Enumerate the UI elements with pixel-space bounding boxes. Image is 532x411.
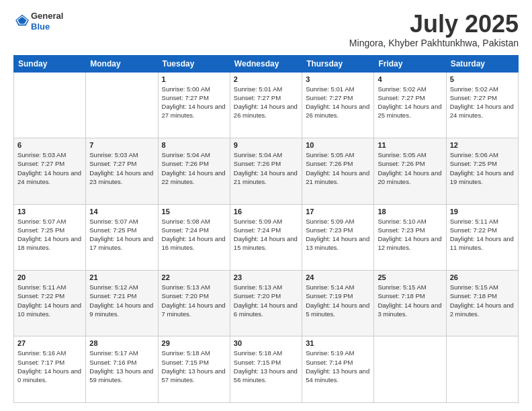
day-detail: Sunrise: 5:13 AM Sunset: 7:20 PM Dayligh… <box>162 283 226 318</box>
day-number: 13 <box>17 208 82 216</box>
calendar-cell: 27Sunrise: 5:16 AM Sunset: 7:17 PM Dayli… <box>14 336 86 403</box>
calendar-cell: 30Sunrise: 5:18 AM Sunset: 7:15 PM Dayli… <box>230 336 302 403</box>
day-number: 26 <box>450 273 515 281</box>
calendar-cell: 17Sunrise: 5:09 AM Sunset: 7:23 PM Dayli… <box>302 204 374 270</box>
day-number: 14 <box>89 208 154 216</box>
weekday-header-monday: Monday <box>86 55 158 72</box>
weekday-header-friday: Friday <box>374 55 446 72</box>
calendar-week-row: 1Sunrise: 5:00 AM Sunset: 7:27 PM Daylig… <box>14 72 519 138</box>
day-detail: Sunrise: 5:15 AM Sunset: 7:18 PM Dayligh… <box>378 283 442 318</box>
calendar-cell: 29Sunrise: 5:18 AM Sunset: 7:15 PM Dayli… <box>158 336 230 403</box>
day-detail: Sunrise: 5:08 AM Sunset: 7:24 PM Dayligh… <box>162 217 226 253</box>
day-number: 11 <box>378 141 442 149</box>
weekday-header-wednesday: Wednesday <box>230 55 302 72</box>
day-detail: Sunrise: 5:05 AM Sunset: 7:26 PM Dayligh… <box>306 150 370 186</box>
calendar-cell: 3Sunrise: 5:01 AM Sunset: 7:27 PM Daylig… <box>302 72 374 138</box>
day-detail: Sunrise: 5:07 AM Sunset: 7:25 PM Dayligh… <box>17 217 82 253</box>
day-detail: Sunrise: 5:09 AM Sunset: 7:24 PM Dayligh… <box>234 217 298 253</box>
day-number: 3 <box>306 75 370 83</box>
day-detail: Sunrise: 5:04 AM Sunset: 7:26 PM Dayligh… <box>234 150 298 186</box>
calendar-cell: 21Sunrise: 5:12 AM Sunset: 7:21 PM Dayli… <box>86 271 158 336</box>
calendar-cell <box>374 336 446 403</box>
day-number: 12 <box>450 141 515 149</box>
day-detail: Sunrise: 5:17 AM Sunset: 7:16 PM Dayligh… <box>89 349 154 384</box>
calendar-cell: 7Sunrise: 5:03 AM Sunset: 7:27 PM Daylig… <box>86 138 158 204</box>
calendar-cell: 24Sunrise: 5:14 AM Sunset: 7:19 PM Dayli… <box>302 271 374 336</box>
day-detail: Sunrise: 5:11 AM Sunset: 7:22 PM Dayligh… <box>17 283 82 318</box>
weekday-header-saturday: Saturday <box>446 55 518 72</box>
month-title: July 2025 <box>349 11 519 38</box>
day-number: 25 <box>378 273 442 281</box>
day-number: 18 <box>378 208 442 216</box>
day-number: 9 <box>234 141 298 149</box>
calendar-week-row: 20Sunrise: 5:11 AM Sunset: 7:22 PM Dayli… <box>14 271 519 336</box>
calendar-cell: 31Sunrise: 5:19 AM Sunset: 7:14 PM Dayli… <box>302 336 374 403</box>
calendar-cell <box>14 72 86 138</box>
day-detail: Sunrise: 5:15 AM Sunset: 7:18 PM Dayligh… <box>450 283 515 318</box>
day-number: 10 <box>306 141 370 149</box>
header: General Blue July 2025 Mingora, Khyber P… <box>13 11 519 48</box>
calendar-cell: 6Sunrise: 5:03 AM Sunset: 7:27 PM Daylig… <box>14 138 86 204</box>
day-number: 27 <box>17 339 82 347</box>
day-number: 5 <box>450 75 515 83</box>
title-area: July 2025 Mingora, Khyber Pakhtunkhwa, P… <box>349 11 519 48</box>
calendar-cell <box>86 72 158 138</box>
day-detail: Sunrise: 5:14 AM Sunset: 7:19 PM Dayligh… <box>306 283 370 318</box>
calendar-cell: 22Sunrise: 5:13 AM Sunset: 7:20 PM Dayli… <box>158 271 230 336</box>
day-detail: Sunrise: 5:03 AM Sunset: 7:27 PM Dayligh… <box>89 150 154 186</box>
day-detail: Sunrise: 5:02 AM Sunset: 7:27 PM Dayligh… <box>378 85 442 120</box>
calendar-cell: 1Sunrise: 5:00 AM Sunset: 7:27 PM Daylig… <box>158 72 230 138</box>
calendar-week-row: 27Sunrise: 5:16 AM Sunset: 7:17 PM Dayli… <box>14 336 519 403</box>
calendar-cell: 25Sunrise: 5:15 AM Sunset: 7:18 PM Dayli… <box>374 271 446 336</box>
calendar-week-row: 13Sunrise: 5:07 AM Sunset: 7:25 PM Dayli… <box>14 204 519 270</box>
calendar-cell <box>446 336 518 403</box>
weekday-header-row: SundayMondayTuesdayWednesdayThursdayFrid… <box>14 55 519 72</box>
day-detail: Sunrise: 5:02 AM Sunset: 7:27 PM Dayligh… <box>450 85 515 120</box>
day-number: 7 <box>89 141 154 149</box>
day-number: 30 <box>234 339 298 347</box>
day-number: 15 <box>162 208 226 216</box>
location: Mingora, Khyber Pakhtunkhwa, Pakistan <box>349 38 519 48</box>
day-number: 21 <box>89 273 154 281</box>
calendar-cell: 4Sunrise: 5:02 AM Sunset: 7:27 PM Daylig… <box>374 72 446 138</box>
calendar-cell: 14Sunrise: 5:07 AM Sunset: 7:25 PM Dayli… <box>86 204 158 270</box>
day-detail: Sunrise: 5:10 AM Sunset: 7:23 PM Dayligh… <box>378 217 442 253</box>
day-detail: Sunrise: 5:01 AM Sunset: 7:27 PM Dayligh… <box>306 85 370 120</box>
day-number: 4 <box>378 75 442 83</box>
calendar-cell: 2Sunrise: 5:01 AM Sunset: 7:27 PM Daylig… <box>230 72 302 138</box>
logo: General Blue <box>13 11 63 32</box>
day-detail: Sunrise: 5:11 AM Sunset: 7:22 PM Dayligh… <box>450 217 515 253</box>
day-number: 31 <box>306 339 370 347</box>
calendar-cell: 10Sunrise: 5:05 AM Sunset: 7:26 PM Dayli… <box>302 138 374 204</box>
day-detail: Sunrise: 5:12 AM Sunset: 7:21 PM Dayligh… <box>89 283 154 318</box>
day-detail: Sunrise: 5:01 AM Sunset: 7:27 PM Dayligh… <box>234 85 298 120</box>
day-detail: Sunrise: 5:09 AM Sunset: 7:23 PM Dayligh… <box>306 217 370 253</box>
calendar-cell: 19Sunrise: 5:11 AM Sunset: 7:22 PM Dayli… <box>446 204 518 270</box>
calendar-cell: 23Sunrise: 5:13 AM Sunset: 7:20 PM Dayli… <box>230 271 302 336</box>
day-number: 6 <box>17 141 82 149</box>
day-detail: Sunrise: 5:13 AM Sunset: 7:20 PM Dayligh… <box>234 283 298 318</box>
calendar-cell: 15Sunrise: 5:08 AM Sunset: 7:24 PM Dayli… <box>158 204 230 270</box>
day-number: 19 <box>450 208 515 216</box>
day-number: 28 <box>89 339 154 347</box>
day-detail: Sunrise: 5:19 AM Sunset: 7:14 PM Dayligh… <box>306 349 370 384</box>
day-detail: Sunrise: 5:18 AM Sunset: 7:15 PM Dayligh… <box>162 349 226 384</box>
day-number: 1 <box>162 75 226 83</box>
calendar-cell: 12Sunrise: 5:06 AM Sunset: 7:25 PM Dayli… <box>446 138 518 204</box>
calendar-cell: 18Sunrise: 5:10 AM Sunset: 7:23 PM Dayli… <box>374 204 446 270</box>
weekday-header-tuesday: Tuesday <box>158 55 230 72</box>
logo-blue-text: Blue <box>31 21 63 32</box>
calendar-cell: 28Sunrise: 5:17 AM Sunset: 7:16 PM Dayli… <box>86 336 158 403</box>
day-number: 17 <box>306 208 370 216</box>
calendar-table: SundayMondayTuesdayWednesdayThursdayFrid… <box>13 55 519 403</box>
page: General Blue July 2025 Mingora, Khyber P… <box>0 0 532 411</box>
day-detail: Sunrise: 5:00 AM Sunset: 7:27 PM Dayligh… <box>162 85 226 120</box>
day-number: 29 <box>162 339 226 347</box>
calendar-cell: 13Sunrise: 5:07 AM Sunset: 7:25 PM Dayli… <box>14 204 86 270</box>
day-number: 16 <box>234 208 298 216</box>
day-detail: Sunrise: 5:07 AM Sunset: 7:25 PM Dayligh… <box>89 217 154 253</box>
day-detail: Sunrise: 5:18 AM Sunset: 7:15 PM Dayligh… <box>234 349 298 384</box>
day-number: 2 <box>234 75 298 83</box>
day-detail: Sunrise: 5:05 AM Sunset: 7:26 PM Dayligh… <box>378 150 442 186</box>
day-detail: Sunrise: 5:04 AM Sunset: 7:26 PM Dayligh… <box>162 150 226 186</box>
